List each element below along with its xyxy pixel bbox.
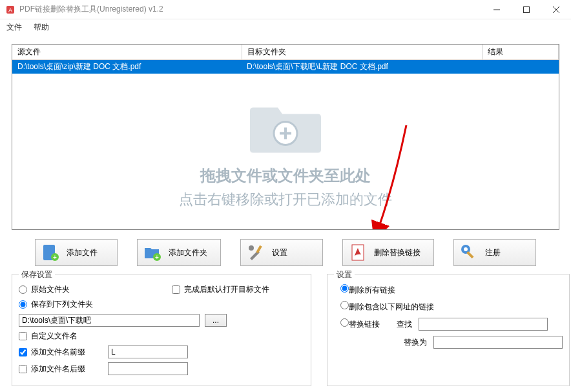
drop-hint-line2: 点击右键移除或打开已添加的文件 [12, 190, 559, 209]
link-settings-group: 设置 删除所有链接 删除包含以下网址的链接 替换链接 查找 替换为 [327, 274, 570, 386]
remove-replace-button[interactable]: 删除替换链接 [342, 239, 434, 266]
settings-button[interactable]: 设置 [240, 239, 323, 266]
replace-label: 替换为 [401, 337, 427, 348]
window-title: PDF链接删除替换工具(Unregistered) v1.2 [19, 4, 482, 15]
settings-legend: 设置 [334, 269, 355, 280]
svg-point-18 [464, 247, 468, 251]
annotation-arrow [361, 122, 413, 230]
svg-point-15 [249, 245, 254, 251]
save-to-folder-radio[interactable]: 保存到下列文件夹 [19, 299, 93, 310]
add-suffix-checkbox[interactable]: 添加文件名后缀 [19, 364, 103, 375]
menubar: 文件 帮助 [0, 19, 571, 35]
find-label: 查找 [386, 319, 412, 330]
add-folder-button[interactable]: + 添加文件夹 [137, 239, 221, 266]
svg-text:+: + [53, 254, 57, 261]
custom-name-checkbox[interactable]: 自定义文件名 [19, 331, 78, 342]
close-button[interactable] [541, 0, 571, 19]
svg-rect-19 [466, 251, 473, 258]
folder-plus-icon [247, 98, 324, 156]
add-file-icon: + [41, 243, 60, 262]
file-drop-area[interactable]: 源文件 目标文件夹 结果 D:\tools\桌面\zip\新建 DOC 文档.p… [12, 44, 559, 230]
menu-help[interactable]: 帮助 [34, 22, 49, 33]
prefix-input[interactable] [108, 346, 188, 358]
add-folder-icon: + [143, 243, 162, 262]
add-file-label: 添加文件 [67, 247, 98, 258]
save-legend: 保存设置 [19, 269, 55, 280]
find-input[interactable] [419, 318, 548, 331]
svg-text:+: + [155, 254, 159, 261]
titlebar: A PDF链接删除替换工具(Unregistered) v1.2 [0, 0, 571, 19]
table-row[interactable]: D:\tools\桌面\zip\新建 DOC 文档.pdf D:\tools\桌… [12, 60, 559, 74]
save-path-input[interactable] [19, 314, 200, 327]
drop-hint: 拖拽文件或文件夹至此处 点击右键移除或打开已添加的文件 [12, 98, 559, 209]
col-target[interactable]: 目标文件夹 [242, 45, 482, 60]
drop-hint-line1: 拖拽文件或文件夹至此处 [12, 165, 559, 186]
svg-point-6 [274, 121, 297, 145]
replace-input[interactable] [433, 336, 563, 349]
settings-label: 设置 [272, 247, 287, 258]
remove-replace-label: 删除替换链接 [374, 247, 420, 258]
original-folder-radio[interactable]: 原始文件夹 [19, 284, 70, 295]
add-file-button[interactable]: + 添加文件 [35, 239, 118, 266]
app-icon: A [5, 5, 16, 15]
remove-urls-radio[interactable]: 删除包含以下网址的链接 [340, 301, 434, 313]
cell-source: D:\tools\桌面\zip\新建 DOC 文档.pdf [12, 60, 242, 74]
tools-icon [246, 243, 265, 262]
register-button[interactable]: 注册 [453, 239, 536, 266]
browse-button[interactable]: ... [205, 314, 227, 327]
cell-target: D:\tools\桌面\下载吧\L新建 DOC 文档.pdf [242, 60, 482, 74]
pdf-icon [348, 243, 368, 262]
remove-all-radio[interactable]: 删除所有链接 [340, 284, 395, 296]
col-source[interactable]: 源文件 [12, 45, 242, 60]
svg-text:A: A [8, 7, 12, 14]
register-label: 注册 [485, 247, 501, 258]
key-icon [459, 243, 479, 262]
svg-rect-3 [524, 6, 530, 12]
open-target-checkbox[interactable]: 完成后默认打开目标文件 [172, 284, 269, 295]
add-prefix-checkbox[interactable]: 添加文件名前缀 [19, 347, 103, 358]
maximize-button[interactable] [512, 0, 541, 19]
col-result[interactable]: 结果 [482, 45, 558, 60]
suffix-input[interactable] [108, 362, 188, 375]
minimize-button[interactable] [482, 0, 512, 19]
file-table: 源文件 目标文件夹 结果 D:\tools\桌面\zip\新建 DOC 文档.p… [12, 45, 559, 74]
add-folder-label: 添加文件夹 [169, 247, 207, 258]
menu-file[interactable]: 文件 [6, 22, 22, 33]
toolbar: + 添加文件 + 添加文件夹 设置 删除替换链接 注册 [12, 239, 559, 266]
replace-link-radio[interactable]: 替换链接 [340, 318, 380, 330]
cell-result [482, 60, 558, 74]
save-settings-group: 保存设置 原始文件夹 完成后默认打开目标文件 保存到下列文件夹 ... 自定义文… [12, 274, 311, 386]
